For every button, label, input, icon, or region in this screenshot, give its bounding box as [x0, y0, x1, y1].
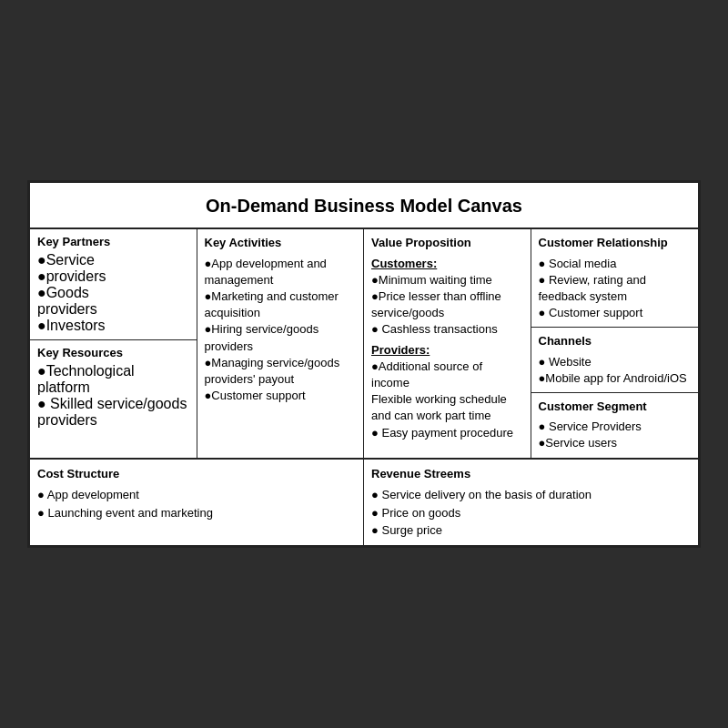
col-right: Customer Relationship ● Social media ● R… [531, 229, 699, 457]
rev-item-1: ● Service delivery on the basis of durat… [371, 486, 691, 504]
cr-item-1: ● Social media [539, 256, 692, 272]
key-resources-item-1: ●Technological platform [37, 363, 189, 396]
bottom-grid: Cost Structure ● App development ● Launc… [30, 460, 698, 545]
value-proposition-header: Value Proposition [371, 235, 523, 251]
vp-item-6: ● Easy payment procedure [371, 425, 523, 441]
revenue-streems-header: Revenue Streems [371, 465, 691, 483]
cost-structure-header: Cost Structure [37, 465, 356, 483]
key-resources-header: Key Resources [37, 346, 189, 359]
vp-item-2: ●Price lesser than offline service/goods [371, 288, 523, 321]
key-partners-item-5: ●Investors [37, 318, 189, 334]
key-activities-item-2: ●Marketing and customer acquisition [205, 288, 357, 321]
col-partners: Key Partners ●Service ●providers ●Goods … [30, 229, 197, 457]
vp-item-5: Flexible working schedule and can work p… [371, 391, 523, 424]
cost-item-2: ● Launching event and marketing [37, 504, 356, 522]
customer-relationship-header: Customer Relationship [539, 235, 692, 251]
key-partners-item-2: ●providers [37, 268, 189, 285]
key-partners-cell: Key Partners ●Service ●providers ●Goods … [30, 229, 197, 340]
vp-item-1: ●Minimum waiting time [371, 272, 523, 288]
key-activities-cell: Key Activities ●App development and mana… [197, 229, 365, 457]
customer-segment-header: Customer Segment [539, 399, 692, 415]
key-partners-header: Key Partners [37, 235, 189, 248]
cr-item-3: ● Customer support [539, 305, 692, 321]
cr-item-2: ● Review, rating and feedback system [539, 272, 692, 305]
canvas-title: On-Demand Business Model Canvas [30, 183, 698, 229]
providers-label: Providers: [371, 343, 430, 357]
customer-relationship-cell: Customer Relationship ● Social media ● R… [531, 229, 699, 328]
canvas-wrapper: On-Demand Business Model Canvas Key Part… [27, 180, 701, 547]
key-resources-item-2: ● Skilled service/goods providers [37, 396, 189, 429]
cost-item-1: ● App development [37, 486, 356, 504]
key-resources-cell: Key Resources ●Technological platform ● … [30, 340, 197, 434]
key-activities-item-5: ●Customer support [205, 388, 357, 404]
main-grid: Key Partners ●Service ●providers ●Goods … [30, 229, 698, 459]
key-activities-header: Key Activities [205, 235, 357, 251]
value-proposition-cell: Value Proposition Customers: ●Minimum wa… [364, 229, 531, 457]
vp-item-4: ●Additional source of income [371, 359, 523, 391]
vp-item-3: ● Cashless transactions [371, 321, 523, 338]
cs-item-2: ●Service users [539, 435, 692, 451]
revenue-streems-cell: Revenue Streems ● Service delivery on th… [364, 460, 698, 545]
key-partners-item-1: ●Service [37, 252, 189, 268]
key-activities-item-1: ●App development and management [205, 256, 357, 288]
key-partners-item-4: providers [37, 301, 189, 318]
customers-label: Customers: [371, 257, 437, 270]
key-partners-item-3: ●Goods [37, 285, 189, 301]
channels-cell: Channels ● Website ●Mobile app for Andro… [531, 328, 699, 393]
customer-segment-cell: Customer Segment ● Service Providers ●Se… [531, 393, 699, 458]
key-activities-item-4: ●Managing service/goods providers' payou… [205, 355, 357, 388]
channels-item-2: ●Mobile app for Android/iOS [539, 370, 692, 387]
key-activities-item-3: ●Hiring service/goods providers [205, 321, 357, 354]
channels-item-1: ● Website [539, 354, 692, 370]
cs-item-1: ● Service Providers [539, 419, 692, 435]
channels-header: Channels [539, 333, 692, 349]
cost-structure-cell: Cost Structure ● App development ● Launc… [30, 460, 364, 545]
rev-item-3: ● Surge price [371, 521, 691, 540]
rev-item-2: ● Price on goods [371, 504, 691, 522]
